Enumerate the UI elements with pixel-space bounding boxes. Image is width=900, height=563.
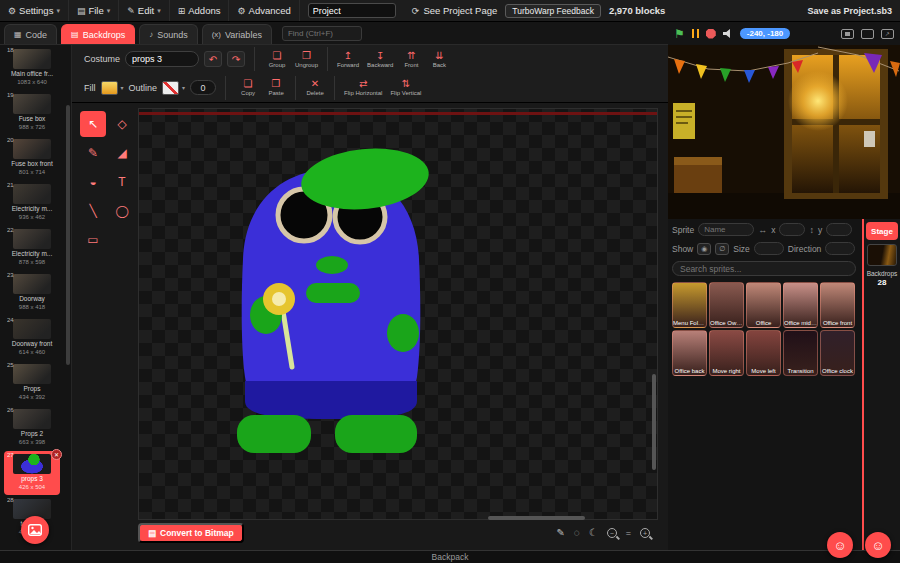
sprite-tile[interactable]: Move left — [746, 330, 781, 376]
backdrop-item[interactable]: 19Fuse box988 x 726 — [4, 91, 60, 135]
tab-code[interactable]: ▦ Code — [4, 24, 57, 44]
sprite-size-input[interactable] — [754, 242, 784, 255]
sprite-tile[interactable]: Office — [746, 282, 781, 328]
ungroup-button[interactable]: ❐Ungroup — [292, 50, 321, 69]
rectangle-tool[interactable]: ▭ — [80, 227, 106, 253]
sprite-y-input[interactable] — [826, 223, 852, 236]
menu-items: ⚙Settings▾▤File▾✎Edit▾⊞Addons⚙Advanced — [0, 0, 300, 21]
paint-canvas[interactable] — [138, 108, 658, 520]
backdrop-item[interactable]: 24Doorway front614 x 460 — [4, 316, 60, 360]
choose-backdrop-button[interactable]: ☺ — [865, 532, 891, 558]
convert-to-bitmap-button[interactable]: ▤ Convert to Bitmap — [138, 523, 244, 543]
circle-tool[interactable]: ◯ — [109, 198, 135, 224]
fill-tool[interactable]: ◒ — [80, 169, 106, 195]
menu-item-label: File — [88, 5, 103, 16]
backdrop-thumbnail — [13, 319, 51, 339]
sprite-tile[interactable]: Transition — [783, 330, 818, 376]
backdrop-item[interactable]: 22Electricity m...878 x 598 — [4, 226, 60, 270]
find-input[interactable] — [282, 26, 362, 41]
backdrop-item[interactable]: 25Props434 x 392 — [4, 361, 60, 405]
copy-button[interactable]: ❏Copy — [235, 78, 261, 97]
fullscreen-button[interactable]: ↗ — [881, 29, 894, 39]
costume-name-input[interactable] — [125, 51, 199, 67]
show-sprite-button[interactable]: ◉ — [697, 243, 711, 255]
sprite-direction-input[interactable] — [825, 242, 855, 255]
tab-sounds[interactable]: ♪ Sounds — [139, 24, 198, 44]
sprite-x-input[interactable] — [779, 223, 805, 236]
line-tool[interactable]: ╲ — [80, 198, 106, 224]
outline-width-input[interactable] — [190, 80, 216, 95]
sprite-tile[interactable]: Office middle — [783, 282, 818, 328]
sprite-tile[interactable]: Office clock — [820, 330, 855, 376]
sprite-tile[interactable]: Office Owner — [709, 282, 744, 328]
backdrop-item[interactable]: 27props 3426 x 504✕ — [4, 451, 60, 495]
refresh-icon: ⟳ — [412, 6, 420, 16]
sidebar-scrollbar[interactable] — [66, 105, 70, 365]
sprite-search-input[interactable] — [672, 261, 856, 276]
backward-button[interactable]: ↧Backward — [364, 50, 396, 69]
feedback-button[interactable]: TurboWarp Feedback — [505, 4, 601, 18]
zoom-reset-button[interactable]: = — [626, 528, 631, 538]
sprite-tile[interactable]: Menu Folder — [672, 282, 707, 328]
small-stage-button[interactable] — [841, 29, 854, 39]
canvas-horizontal-scrollbar[interactable] — [488, 516, 585, 520]
group-button[interactable]: ❏Group — [264, 50, 290, 69]
backdrop-dims: 801 x 714 — [4, 168, 60, 176]
large-stage-button[interactable] — [861, 29, 874, 39]
text-tool[interactable]: T — [109, 169, 135, 195]
stage-selector-title[interactable]: Stage — [866, 222, 898, 240]
reshape-tool[interactable]: ◇ — [109, 111, 135, 137]
forward-button[interactable]: ↥Forward — [334, 50, 362, 69]
night-mode-icon[interactable]: ☾ — [589, 528, 598, 538]
flip-horizontal-button[interactable]: ⇄Flip Horizontal — [341, 78, 385, 97]
paste-button[interactable]: ❒Paste — [263, 78, 289, 97]
back-button[interactable]: ⇊Back — [426, 50, 452, 69]
brush-tool[interactable]: ✎ — [80, 140, 106, 166]
flip-vertical-button[interactable]: ⇅Flip Vertical — [387, 78, 424, 97]
undo-button[interactable]: ↶ — [204, 51, 222, 67]
menu-item-settings[interactable]: ⚙Settings▾ — [0, 0, 69, 21]
backdrop-item[interactable]: 26Props 2663 x 398 — [4, 406, 60, 450]
canvas-vertical-scrollbar[interactable] — [652, 374, 656, 470]
fill-color-swatch[interactable] — [101, 81, 118, 95]
backpack-bar[interactable]: Backpack — [0, 550, 900, 563]
tool-palette: ↖◇✎◢◒T╲◯▭ — [80, 111, 135, 253]
menu-item-edit[interactable]: ✎Edit▾ — [119, 0, 169, 21]
project-name-input[interactable] — [308, 3, 396, 18]
menu-item-advanced[interactable]: ⚙Advanced — [229, 0, 299, 21]
green-flag-button[interactable]: ⚑ — [674, 28, 685, 40]
menu-item-file[interactable]: ▤File▾ — [69, 0, 119, 21]
hide-sprite-button[interactable]: ∅ — [715, 243, 729, 255]
stage-selector[interactable]: Stage Backdrops 28 — [862, 219, 900, 550]
stop-button[interactable] — [706, 29, 716, 39]
backdrop-item[interactable]: 23Doorway988 x 418 — [4, 271, 60, 315]
backdrop-item[interactable]: 20Fuse box front801 x 714 — [4, 136, 60, 180]
delete-button[interactable]: ✕Delete — [302, 78, 328, 97]
see-project-page-link[interactable]: ⟳ See Project Page — [404, 5, 505, 16]
backdrop-item[interactable]: 18Main office fr...1083 x 640 — [4, 46, 60, 90]
sprite-name-input[interactable] — [698, 223, 754, 236]
tab-backdrops[interactable]: ▤ Backdrops — [61, 24, 135, 44]
menu-item-label: Edit — [138, 5, 154, 16]
eraser-cursor-icon[interactable]: ◌ — [574, 528, 580, 538]
front-button[interactable]: ⇈Front — [398, 50, 424, 69]
add-sprite-button[interactable]: ☺ — [827, 532, 853, 558]
outline-color-swatch[interactable] — [162, 81, 179, 95]
redo-button[interactable]: ↷ — [227, 51, 245, 67]
backdrop-item[interactable]: 21Electricity m...936 x 462 — [4, 181, 60, 225]
save-as-button[interactable]: Save as Project.sb3 — [807, 6, 900, 16]
menu-item-addons[interactable]: ⊞Addons — [170, 0, 230, 21]
add-backdrop-button[interactable] — [21, 516, 49, 544]
tab-variables[interactable]: (x) Variables — [202, 24, 272, 44]
sprite-tile[interactable]: Move right — [709, 330, 744, 376]
zoom-out-button[interactable]: − — [607, 528, 617, 538]
select-tool[interactable]: ↖ — [80, 111, 106, 137]
delete-backdrop-button[interactable]: ✕ — [51, 449, 62, 460]
stage-preview[interactable] — [668, 45, 900, 219]
sprite-tile[interactable]: Office front — [820, 282, 855, 328]
pen-cursor-icon[interactable]: ✎ — [556, 528, 564, 538]
sprite-tile[interactable]: Office back — [672, 330, 707, 376]
pause-button[interactable] — [692, 29, 699, 38]
zoom-in-button[interactable]: + — [640, 528, 650, 538]
eraser-tool[interactable]: ◢ — [109, 140, 135, 166]
